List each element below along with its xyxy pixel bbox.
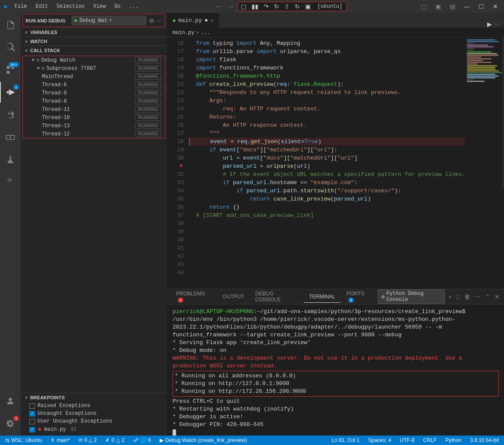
remote-indicator[interactable]: ⇆ WSL: Ubuntu bbox=[3, 437, 44, 443]
list-item[interactable]: ▼ ⚙ Subprocess 77007 RUNNING bbox=[23, 64, 165, 72]
sidebar-item-source-control[interactable]: 1K+ bbox=[0, 60, 21, 80]
uncaught-exceptions-checkbox[interactable]: ✓ bbox=[29, 411, 35, 417]
close-button[interactable]: ✕ bbox=[490, 2, 501, 11]
line-ending-indicator[interactable]: CRLF bbox=[422, 437, 438, 443]
raised-exceptions-checkbox[interactable] bbox=[29, 403, 35, 409]
line-num: 39 bbox=[167, 228, 184, 236]
breakpoint-main-py[interactable]: ✓ ● main.py 31 bbox=[21, 425, 167, 434]
navigate-forward-button[interactable]: → bbox=[226, 2, 236, 11]
add-config-button[interactable]: ⚙ bbox=[149, 17, 154, 24]
error-icon: ✗ bbox=[105, 437, 110, 443]
debug-pause-button[interactable]: ▮▮ bbox=[250, 2, 260, 11]
maximize-panel-button[interactable]: ⌃ bbox=[484, 292, 491, 301]
add-terminal-button[interactable]: + bbox=[447, 292, 453, 301]
more-terminal-button[interactable]: ⋯ bbox=[474, 292, 482, 301]
tab-main-py[interactable]: ◆ main.py ● ✕ bbox=[167, 13, 219, 28]
errors-indicator[interactable]: ✗ 0 △ 2 bbox=[104, 437, 126, 443]
python-debug-console-button[interactable]: ⚙ Python Debug Console bbox=[378, 289, 445, 304]
menu-file[interactable]: File bbox=[11, 3, 31, 10]
navigate-back-button[interactable]: ← bbox=[214, 2, 224, 11]
code-editor[interactable]: 16 17 18 19 20 21 22 23 24 25 26 27 28 2… bbox=[167, 38, 504, 289]
breadcrumb-file[interactable]: main.py bbox=[173, 30, 194, 36]
toggle-panel-button[interactable]: ▤ bbox=[447, 2, 458, 11]
code-line: req: An HTTP request context. bbox=[189, 105, 465, 113]
sidebar-item-run-debug[interactable]: 1 bbox=[0, 82, 21, 103]
editor-more-button[interactable]: ⋯ bbox=[495, 21, 501, 28]
sidebar-item-settings[interactable]: 1 bbox=[0, 413, 21, 434]
debug-disconnect-button[interactable]: ▣ bbox=[303, 2, 312, 11]
list-item[interactable]: Thread-10 RUNNING bbox=[23, 113, 165, 122]
language-indicator[interactable]: Python bbox=[444, 437, 463, 443]
close-panel-button[interactable]: ✕ bbox=[494, 292, 501, 301]
list-item[interactable]: Thread-9 RUNNING bbox=[23, 89, 165, 97]
watch-header[interactable]: ▼ WATCH bbox=[21, 37, 167, 46]
code-line: if event["docs"]["matchedUrl"]["url"]: bbox=[189, 146, 465, 154]
sidebar-item-docker[interactable] bbox=[0, 172, 21, 192]
line-num: 17 bbox=[167, 47, 184, 56]
debug-step-over-button[interactable]: ↷ bbox=[262, 2, 271, 11]
maximize-button[interactable]: ☐ bbox=[476, 2, 487, 11]
breakpoint-raised-exceptions[interactable]: Raised Exceptions bbox=[21, 402, 167, 410]
list-item[interactable]: Thread-8 RUNNING bbox=[23, 97, 165, 105]
breakpoint-user-uncaught[interactable]: User Uncaught Exceptions bbox=[21, 417, 167, 425]
sidebar-item-account[interactable] bbox=[0, 391, 21, 411]
terminal-content[interactable]: pierrick@LAPTOP-HKU5PNNG:~/git/add-ons-s… bbox=[167, 304, 504, 436]
sidebar-item-testing[interactable] bbox=[0, 149, 21, 170]
tab-ports[interactable]: PORTS 6 bbox=[341, 288, 377, 305]
python-version[interactable]: 3.8.10 64-bit bbox=[468, 437, 501, 443]
sidebar: RUN AND DEBUG ▶ Debug Wat ▼ ⚙ ⋯ ▼ VARIAB… bbox=[21, 13, 167, 436]
debug-step-into-button[interactable]: ↻ bbox=[272, 2, 281, 11]
terminal-kill-button[interactable]: 🗑 bbox=[463, 292, 471, 301]
tab-output[interactable]: OUTPUT bbox=[217, 291, 249, 302]
callstack-header[interactable]: ▼ CALL STACK bbox=[21, 46, 167, 55]
code-content[interactable]: from typing import Any, Mapping from url… bbox=[189, 38, 465, 289]
sidebar-item-search[interactable] bbox=[0, 37, 21, 58]
split-editor-button[interactable]: ▣ bbox=[433, 2, 444, 11]
debug-step-out-button[interactable]: ⇧ bbox=[283, 2, 291, 11]
menu-view[interactable]: View bbox=[90, 3, 109, 10]
more-debug-button[interactable]: ⋯ bbox=[156, 17, 162, 24]
code-line: Args: bbox=[189, 97, 465, 105]
encoding-indicator[interactable]: UTF-8 bbox=[398, 437, 416, 443]
variables-header[interactable]: ▼ VARIABLES bbox=[21, 28, 167, 37]
tab-problems[interactable]: PROBLEMS 2 bbox=[171, 288, 217, 305]
breakpoint-uncaught-exceptions[interactable]: ✓ Uncaught Exceptions bbox=[21, 410, 167, 417]
debug-status[interactable]: ▶ Debug Watch (create_link_preview) bbox=[158, 437, 249, 443]
menu-selection[interactable]: Selection bbox=[53, 3, 88, 10]
sync-indicator[interactable]: ⟳ 0 △ 2 bbox=[77, 437, 98, 443]
debug-config-selector[interactable]: ▶ Debug Wat ▼ bbox=[72, 16, 146, 25]
sidebar-item-extensions[interactable] bbox=[0, 104, 21, 125]
menu-edit[interactable]: Edit bbox=[32, 3, 51, 10]
debug-restart-button[interactable]: ↻ bbox=[293, 2, 302, 11]
list-item[interactable]: MainThread RUNNING bbox=[23, 72, 165, 81]
language-label: Python bbox=[445, 437, 461, 443]
split-terminal-button[interactable]: □ bbox=[456, 292, 461, 301]
run-editor-button[interactable]: ▶ bbox=[487, 21, 492, 28]
debug-stop-button[interactable]: ▢ bbox=[239, 2, 248, 11]
menu-more[interactable]: ... bbox=[126, 3, 142, 10]
main-py-checkbox[interactable]: ✓ bbox=[29, 427, 35, 432]
menu-go[interactable]: Go bbox=[111, 3, 124, 10]
cursor-position[interactable]: Ln 81, Col 1 bbox=[330, 437, 361, 443]
ports-status[interactable]: ☍ 🌐 6 bbox=[132, 437, 153, 443]
close-tab-icon[interactable]: ✕ bbox=[211, 17, 214, 24]
user-uncaught-checkbox[interactable] bbox=[29, 419, 35, 424]
sidebar-item-explorer[interactable] bbox=[0, 15, 21, 35]
indentation[interactable]: Spaces: 4 bbox=[366, 437, 393, 443]
warnings-label: 2 bbox=[122, 437, 125, 443]
list-item[interactable]: Thread-11 RUNNING bbox=[23, 105, 165, 113]
minimize-button[interactable]: — bbox=[461, 2, 472, 11]
breakpoints-header[interactable]: ▼ BREAKPOINTS bbox=[21, 393, 167, 402]
branch-indicator[interactable]: ⚱ main* bbox=[49, 437, 72, 443]
tab-debug-console[interactable]: DEBUG CONSOLE bbox=[250, 288, 303, 305]
tab-terminal[interactable]: TERMINAL bbox=[304, 291, 340, 303]
list-item[interactable]: Thread-12 RUNNING bbox=[23, 130, 165, 138]
list-item[interactable]: ▼ ⚙ Debug Watch RUNNING bbox=[23, 56, 165, 64]
debug-icon: ▶ bbox=[160, 437, 164, 443]
layout-icon[interactable]: ▢ bbox=[419, 2, 429, 11]
list-item[interactable]: Thread-13 RUNNING bbox=[23, 122, 165, 130]
sidebar-item-remote[interactable] bbox=[0, 127, 21, 147]
variables-label: VARIABLES bbox=[30, 30, 57, 35]
minimap-scrollbar[interactable] bbox=[502, 38, 504, 188]
list-item[interactable]: Thread-6 RUNNING bbox=[23, 81, 165, 89]
